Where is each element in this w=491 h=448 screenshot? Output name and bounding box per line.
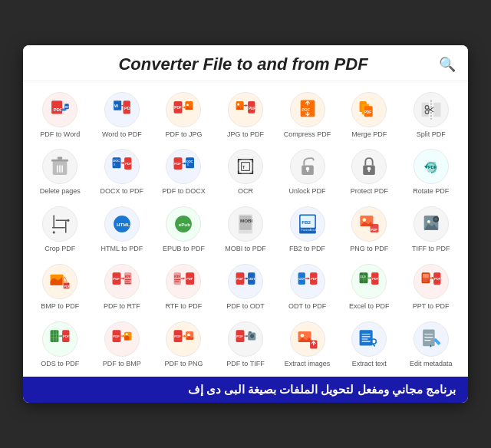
svg-rect-133 [51, 330, 59, 342]
edit-metadata-item[interactable]: Edit metadata [401, 317, 460, 371]
pdf-to-rtf-item[interactable]: PDF RTF PDF to RTF [93, 259, 152, 314]
svg-rect-127 [423, 274, 429, 278]
word-to-pdf-item[interactable]: W PDF Word to PDF [93, 87, 152, 142]
pdf-to-bmp-item[interactable]: PDF PDF to BMP [93, 317, 152, 371]
svg-rect-55 [307, 169, 308, 172]
svg-text:ODT: ODT [298, 277, 305, 281]
merge-pdf-label: Merge PDF [351, 130, 387, 139]
merge-pdf-item[interactable]: PDF Merge PDF [340, 87, 399, 142]
svg-text:PDF: PDF [64, 285, 71, 288]
pdf-to-jpg-item[interactable]: PDF PDF to JPG [154, 87, 213, 142]
svg-point-145 [126, 333, 128, 335]
svg-text:PDF: PDF [175, 163, 182, 166]
html-to-pdf-item[interactable]: HTML HTML to PDF [93, 202, 152, 256]
compress-pdf-item[interactable]: PDF Compress PDF [278, 87, 337, 142]
pdf-to-docx-label: PDF to DOCX [162, 187, 206, 196]
odt-to-pdf-label: ODT to PDF [288, 302, 326, 311]
svg-text:FB2: FB2 [302, 219, 311, 225]
epub-to-pdf-item[interactable]: ePub EPUB to PDF [154, 202, 213, 256]
svg-text:PDF: PDF [372, 277, 379, 281]
pdf-to-word-item[interactable]: PDF W W PDF to Word [31, 87, 90, 142]
tools-grid: PDF W W PDF to Word W PDF [23, 81, 468, 377]
svg-point-157 [251, 335, 252, 337]
excel-to-pdf-item[interactable]: XLS PDF Excel to PDF [340, 259, 399, 314]
tiff-to-pdf-label: TIFF to PDF [412, 245, 450, 253]
docx-to-pdf-label: DOCX to PDF [101, 187, 144, 196]
fb2-to-pdf-item[interactable]: FB2 FictionBook FB2 to PDF [278, 202, 337, 256]
svg-text:W: W [114, 103, 119, 107]
crop-pdf-item[interactable]: Crop PDF [31, 202, 90, 256]
split-pdf-label: Split PDF [417, 130, 446, 139]
delete-pages-item[interactable]: Delete pages [31, 144, 90, 199]
excel-to-pdf-label: Excel to PDF [349, 302, 390, 311]
svg-point-150 [187, 333, 190, 336]
pdf-to-jpg-label: PDF to JPG [165, 130, 202, 139]
svg-text:PDF: PDF [310, 277, 317, 281]
footer-text: برنامج مجاني ومفعل لتحويل الملفات بصيغة … [188, 383, 456, 396]
rotate-pdf-item[interactable]: PDF Rotate PDF [401, 144, 460, 199]
protect-pdf-item[interactable]: Protect PDF [340, 144, 399, 199]
rtf-to-pdf-item[interactable]: RTF PDF RTF to PDF [154, 259, 213, 314]
svg-text:PDF: PDF [249, 107, 255, 110]
unlock-pdf-label: Unlock PDF [289, 187, 326, 196]
extract-images-item[interactable]: Extract images [278, 317, 337, 371]
ppt-to-pdf-label: PPT to PDF [413, 302, 450, 311]
svg-text:MOBI: MOBI [240, 219, 253, 224]
ods-to-pdf-item[interactable]: PDF ODS to PDF [31, 317, 90, 371]
split-pdf-item[interactable]: Split PDF [401, 87, 460, 142]
svg-rect-50 [239, 160, 253, 174]
svg-text:PDF: PDF [428, 165, 437, 170]
bmp-to-pdf-label: BMP to PDF [41, 302, 79, 311]
svg-text:W: W [65, 104, 68, 108]
odt-to-pdf-item[interactable]: ODT PDF ODT to PDF [278, 259, 337, 314]
html-to-pdf-label: HTML to PDF [101, 245, 143, 253]
pdf-to-tiff-item[interactable]: PDF PDF to TIFF [216, 317, 275, 371]
footer-banner: برنامج مجاني ومفعل لتحويل الملفات بصيغة … [23, 377, 468, 403]
tiff-to-pdf-item[interactable]: TIFF to PDF [401, 202, 460, 256]
ppt-to-pdf-item[interactable]: PDF PPT to PDF [401, 259, 460, 314]
mobi-to-pdf-item[interactable]: MOBI MOBI to PDF [216, 202, 275, 256]
bmp-to-pdf-item[interactable]: PDF BMP to PDF [31, 259, 90, 314]
pdf-to-png-label: PDF to PNG [164, 360, 203, 368]
epub-to-pdf-label: EPUB to PDF [163, 245, 205, 253]
png-to-pdf-item[interactable]: PDF PNG to PDF [340, 202, 399, 256]
svg-rect-168 [423, 329, 435, 346]
svg-rect-158 [249, 331, 252, 333]
rtf-to-pdf-label: RTF to PDF [166, 302, 203, 311]
extract-images-label: Extract images [285, 360, 331, 368]
svg-marker-106 [183, 277, 186, 279]
pdf-to-bmp-label: PDF to BMP [103, 360, 141, 368]
main-window: Converter File to and from PDF 🔍 PDF W W… [23, 45, 468, 404]
mobi-to-pdf-label: MOBI to PDF [225, 245, 266, 253]
svg-rect-33 [51, 160, 68, 162]
ocr-item[interactable]: T OCR [216, 144, 275, 199]
search-icon[interactable]: 🔍 [439, 56, 456, 73]
svg-text:PDF: PDF [113, 277, 120, 281]
svg-point-66 [53, 231, 55, 233]
png-to-pdf-label: PNG to PDF [350, 245, 388, 253]
page-title: Converter File to and from PDF [54, 54, 433, 74]
svg-text:T: T [242, 165, 246, 170]
compress-pdf-label: Compress PDF [284, 130, 331, 139]
jpg-to-pdf-item[interactable]: PDF JPG to PDF [216, 87, 275, 142]
docx-to-pdf-item[interactable]: DOC X PDF DOCX to PDF [93, 144, 152, 199]
svg-text:PDF: PDF [124, 106, 133, 110]
svg-text:ePub: ePub [179, 222, 190, 227]
svg-marker-116 [308, 277, 310, 279]
svg-text:PDF: PDF [125, 163, 132, 166]
pdf-to-odt-item[interactable]: PDF ODT PDF to ODT [216, 259, 275, 314]
svg-text:XLS: XLS [360, 274, 366, 278]
svg-rect-163 [360, 330, 373, 345]
extract-text-item[interactable]: Extract text [340, 317, 399, 371]
svg-point-67 [68, 219, 70, 222]
pdf-to-docx-item[interactable]: PDF DOC X PDF to DOCX [154, 144, 213, 199]
svg-text:DOC: DOC [113, 159, 120, 163]
extract-text-label: Extract text [352, 360, 387, 368]
svg-text:ODT: ODT [249, 277, 255, 281]
svg-text:RTF: RTF [175, 275, 181, 278]
pdf-to-png-item[interactable]: PDF PDF to PNG [154, 317, 213, 371]
svg-text:FictionBook: FictionBook [301, 228, 316, 232]
delete-pages-label: Delete pages [40, 187, 81, 196]
svg-text:RTF: RTF [125, 275, 131, 278]
unlock-pdf-item[interactable]: Unlock PDF [278, 144, 337, 199]
